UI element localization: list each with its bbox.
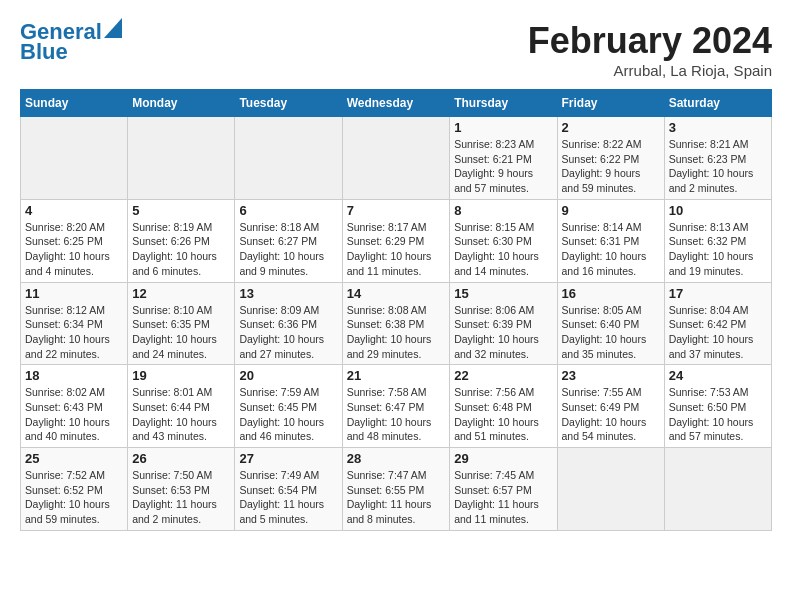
day-info: Sunrise: 8:23 AMSunset: 6:21 PMDaylight:… [454, 137, 552, 196]
weekday-header-sunday: Sunday [21, 90, 128, 117]
calendar-cell: 1Sunrise: 8:23 AMSunset: 6:21 PMDaylight… [450, 117, 557, 200]
logo-blue-text: Blue [20, 40, 68, 64]
calendar-cell [664, 448, 771, 531]
day-number: 28 [347, 451, 446, 466]
day-info: Sunrise: 8:10 AMSunset: 6:35 PMDaylight:… [132, 303, 230, 362]
day-number: 23 [562, 368, 660, 383]
calendar-cell: 13Sunrise: 8:09 AMSunset: 6:36 PMDayligh… [235, 282, 342, 365]
day-number: 5 [132, 203, 230, 218]
calendar-cell: 24Sunrise: 7:53 AMSunset: 6:50 PMDayligh… [664, 365, 771, 448]
title-block: February 2024 Arrubal, La Rioja, Spain [528, 20, 772, 79]
calendar-week-row: 4Sunrise: 8:20 AMSunset: 6:25 PMDaylight… [21, 199, 772, 282]
calendar-cell: 7Sunrise: 8:17 AMSunset: 6:29 PMDaylight… [342, 199, 450, 282]
day-info: Sunrise: 8:20 AMSunset: 6:25 PMDaylight:… [25, 220, 123, 279]
day-info: Sunrise: 8:18 AMSunset: 6:27 PMDaylight:… [239, 220, 337, 279]
day-number: 9 [562, 203, 660, 218]
day-number: 16 [562, 286, 660, 301]
page-header: General Blue February 2024 Arrubal, La R… [20, 20, 772, 79]
calendar-cell [235, 117, 342, 200]
day-info: Sunrise: 7:59 AMSunset: 6:45 PMDaylight:… [239, 385, 337, 444]
day-info: Sunrise: 8:17 AMSunset: 6:29 PMDaylight:… [347, 220, 446, 279]
calendar-cell: 2Sunrise: 8:22 AMSunset: 6:22 PMDaylight… [557, 117, 664, 200]
day-info: Sunrise: 8:02 AMSunset: 6:43 PMDaylight:… [25, 385, 123, 444]
weekday-header-row: SundayMondayTuesdayWednesdayThursdayFrid… [21, 90, 772, 117]
day-info: Sunrise: 8:01 AMSunset: 6:44 PMDaylight:… [132, 385, 230, 444]
day-number: 10 [669, 203, 767, 218]
day-info: Sunrise: 7:55 AMSunset: 6:49 PMDaylight:… [562, 385, 660, 444]
day-number: 26 [132, 451, 230, 466]
calendar-week-row: 25Sunrise: 7:52 AMSunset: 6:52 PMDayligh… [21, 448, 772, 531]
day-number: 29 [454, 451, 552, 466]
calendar-cell: 28Sunrise: 7:47 AMSunset: 6:55 PMDayligh… [342, 448, 450, 531]
location-subtitle: Arrubal, La Rioja, Spain [528, 62, 772, 79]
calendar-cell: 22Sunrise: 7:56 AMSunset: 6:48 PMDayligh… [450, 365, 557, 448]
day-info: Sunrise: 7:45 AMSunset: 6:57 PMDaylight:… [454, 468, 552, 527]
day-number: 21 [347, 368, 446, 383]
day-info: Sunrise: 7:47 AMSunset: 6:55 PMDaylight:… [347, 468, 446, 527]
day-info: Sunrise: 8:22 AMSunset: 6:22 PMDaylight:… [562, 137, 660, 196]
weekday-header-monday: Monday [128, 90, 235, 117]
day-info: Sunrise: 7:53 AMSunset: 6:50 PMDaylight:… [669, 385, 767, 444]
day-number: 22 [454, 368, 552, 383]
calendar-cell: 9Sunrise: 8:14 AMSunset: 6:31 PMDaylight… [557, 199, 664, 282]
day-info: Sunrise: 7:56 AMSunset: 6:48 PMDaylight:… [454, 385, 552, 444]
calendar-cell [342, 117, 450, 200]
day-info: Sunrise: 8:14 AMSunset: 6:31 PMDaylight:… [562, 220, 660, 279]
day-number: 6 [239, 203, 337, 218]
logo-arrow-icon [104, 18, 122, 38]
day-info: Sunrise: 8:21 AMSunset: 6:23 PMDaylight:… [669, 137, 767, 196]
calendar-cell: 5Sunrise: 8:19 AMSunset: 6:26 PMDaylight… [128, 199, 235, 282]
calendar-table: SundayMondayTuesdayWednesdayThursdayFrid… [20, 89, 772, 531]
calendar-week-row: 18Sunrise: 8:02 AMSunset: 6:43 PMDayligh… [21, 365, 772, 448]
day-number: 17 [669, 286, 767, 301]
day-info: Sunrise: 8:13 AMSunset: 6:32 PMDaylight:… [669, 220, 767, 279]
weekday-header-thursday: Thursday [450, 90, 557, 117]
calendar-cell: 12Sunrise: 8:10 AMSunset: 6:35 PMDayligh… [128, 282, 235, 365]
day-number: 13 [239, 286, 337, 301]
calendar-cell: 26Sunrise: 7:50 AMSunset: 6:53 PMDayligh… [128, 448, 235, 531]
day-number: 25 [25, 451, 123, 466]
calendar-header: SundayMondayTuesdayWednesdayThursdayFrid… [21, 90, 772, 117]
day-number: 27 [239, 451, 337, 466]
calendar-cell: 14Sunrise: 8:08 AMSunset: 6:38 PMDayligh… [342, 282, 450, 365]
calendar-cell [128, 117, 235, 200]
day-number: 4 [25, 203, 123, 218]
day-info: Sunrise: 8:15 AMSunset: 6:30 PMDaylight:… [454, 220, 552, 279]
day-info: Sunrise: 8:08 AMSunset: 6:38 PMDaylight:… [347, 303, 446, 362]
svg-marker-0 [104, 18, 122, 38]
day-info: Sunrise: 8:06 AMSunset: 6:39 PMDaylight:… [454, 303, 552, 362]
day-info: Sunrise: 8:05 AMSunset: 6:40 PMDaylight:… [562, 303, 660, 362]
calendar-cell [21, 117, 128, 200]
day-info: Sunrise: 7:50 AMSunset: 6:53 PMDaylight:… [132, 468, 230, 527]
calendar-cell: 29Sunrise: 7:45 AMSunset: 6:57 PMDayligh… [450, 448, 557, 531]
calendar-cell: 10Sunrise: 8:13 AMSunset: 6:32 PMDayligh… [664, 199, 771, 282]
calendar-cell: 16Sunrise: 8:05 AMSunset: 6:40 PMDayligh… [557, 282, 664, 365]
day-number: 14 [347, 286, 446, 301]
calendar-cell: 17Sunrise: 8:04 AMSunset: 6:42 PMDayligh… [664, 282, 771, 365]
day-number: 15 [454, 286, 552, 301]
calendar-cell: 8Sunrise: 8:15 AMSunset: 6:30 PMDaylight… [450, 199, 557, 282]
calendar-body: 1Sunrise: 8:23 AMSunset: 6:21 PMDaylight… [21, 117, 772, 531]
day-number: 19 [132, 368, 230, 383]
day-info: Sunrise: 8:04 AMSunset: 6:42 PMDaylight:… [669, 303, 767, 362]
calendar-cell: 27Sunrise: 7:49 AMSunset: 6:54 PMDayligh… [235, 448, 342, 531]
calendar-cell: 11Sunrise: 8:12 AMSunset: 6:34 PMDayligh… [21, 282, 128, 365]
day-number: 24 [669, 368, 767, 383]
day-number: 3 [669, 120, 767, 135]
day-info: Sunrise: 8:12 AMSunset: 6:34 PMDaylight:… [25, 303, 123, 362]
day-number: 12 [132, 286, 230, 301]
day-info: Sunrise: 8:19 AMSunset: 6:26 PMDaylight:… [132, 220, 230, 279]
weekday-header-tuesday: Tuesday [235, 90, 342, 117]
logo: General Blue [20, 20, 122, 64]
month-title: February 2024 [528, 20, 772, 62]
calendar-cell: 15Sunrise: 8:06 AMSunset: 6:39 PMDayligh… [450, 282, 557, 365]
day-number: 20 [239, 368, 337, 383]
calendar-cell: 3Sunrise: 8:21 AMSunset: 6:23 PMDaylight… [664, 117, 771, 200]
day-info: Sunrise: 8:09 AMSunset: 6:36 PMDaylight:… [239, 303, 337, 362]
weekday-header-friday: Friday [557, 90, 664, 117]
calendar-cell: 4Sunrise: 8:20 AMSunset: 6:25 PMDaylight… [21, 199, 128, 282]
day-number: 8 [454, 203, 552, 218]
day-info: Sunrise: 7:49 AMSunset: 6:54 PMDaylight:… [239, 468, 337, 527]
calendar-cell: 6Sunrise: 8:18 AMSunset: 6:27 PMDaylight… [235, 199, 342, 282]
day-number: 1 [454, 120, 552, 135]
